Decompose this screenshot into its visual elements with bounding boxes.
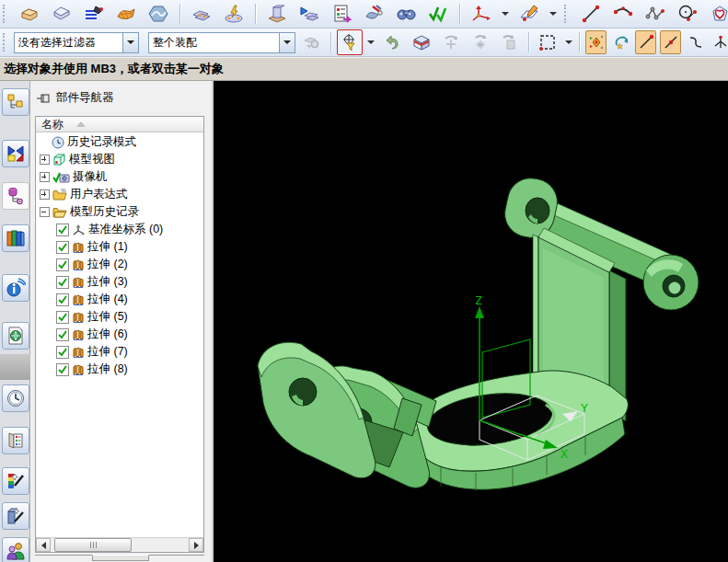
column-header-name[interactable]: 名称 bbox=[36, 117, 203, 132]
studio-scene-button[interactable] bbox=[2, 502, 29, 530]
visualization-wand-button[interactable] bbox=[2, 467, 29, 495]
find-button[interactable] bbox=[393, 1, 419, 27]
checkbox-checked-icon[interactable] bbox=[56, 311, 69, 324]
interpart-link-button[interactable] bbox=[299, 29, 325, 55]
selection-filter-combo[interactable]: 没有选择过滤器 bbox=[14, 32, 139, 53]
snap-point-set-button[interactable] bbox=[585, 30, 607, 54]
marquee-select-button[interactable] bbox=[535, 29, 560, 55]
checkbox-checked-icon[interactable] bbox=[56, 241, 69, 254]
html-report-button[interactable] bbox=[2, 322, 29, 350]
curve-point-button[interactable] bbox=[685, 30, 706, 54]
undo-button[interactable] bbox=[379, 29, 405, 55]
undo-icon bbox=[382, 32, 402, 52]
web-info-button[interactable] bbox=[2, 274, 29, 302]
profile-button[interactable] bbox=[707, 1, 728, 27]
sheet-mesh-button[interactable] bbox=[113, 1, 139, 27]
combo-dropdown-button[interactable] bbox=[122, 33, 138, 52]
tree-item-extrude-1[interactable]: 拉伸 (1) bbox=[36, 238, 203, 256]
sketch-plane-button[interactable] bbox=[516, 1, 542, 27]
csys-button[interactable] bbox=[468, 1, 494, 27]
marquee-dropdown-caret[interactable] bbox=[565, 40, 572, 44]
tree-item-history-mode[interactable]: 历史记录模式 bbox=[36, 133, 203, 151]
csys-dropdown-caret[interactable] bbox=[502, 12, 509, 16]
toolbar-grip[interactable] bbox=[3, 5, 8, 23]
navigator-tree: 历史记录模式 模型视图 摄像机 用户表达 bbox=[36, 133, 203, 536]
expand-icon[interactable] bbox=[40, 189, 50, 200]
pan-view-button[interactable] bbox=[468, 29, 493, 55]
checkbox-checked-icon[interactable] bbox=[56, 363, 69, 376]
freeform-surface-button[interactable] bbox=[145, 1, 171, 27]
collapse-icon[interactable] bbox=[40, 207, 50, 217]
tree-item-extrude-4[interactable]: 拉伸 (4) bbox=[36, 291, 203, 308]
line-button[interactable] bbox=[578, 1, 604, 27]
palettes-button[interactable] bbox=[2, 427, 29, 454]
checkbox-checked-icon[interactable] bbox=[56, 258, 69, 271]
circle-button[interactable] bbox=[675, 1, 700, 27]
model-canvas: Z X Y bbox=[214, 81, 728, 562]
repair-tools-button[interactable] bbox=[361, 1, 387, 27]
tree-item-extrude-5[interactable]: 拉伸 (5) bbox=[36, 308, 203, 326]
sash-grip[interactable] bbox=[92, 555, 149, 561]
snap-point-set-icon bbox=[588, 34, 605, 51]
roles-button[interactable] bbox=[2, 537, 29, 562]
wave-link-icon bbox=[299, 4, 319, 24]
line-icon bbox=[581, 4, 601, 24]
rotate-view-button[interactable] bbox=[438, 29, 464, 55]
combo-dropdown-button[interactable] bbox=[279, 33, 295, 52]
sidebar-splitter[interactable] bbox=[0, 354, 30, 380]
constraint-navigator-button[interactable] bbox=[2, 140, 29, 167]
reuse-library-button[interactable] bbox=[2, 224, 29, 252]
scroll-right-button[interactable] bbox=[189, 538, 203, 552]
toolbar-separator bbox=[528, 32, 529, 52]
shaded-view-button[interactable] bbox=[409, 29, 434, 55]
zoom-view-button[interactable] bbox=[497, 29, 523, 55]
toolbar-grip[interactable] bbox=[564, 5, 570, 23]
expand-icon[interactable] bbox=[40, 172, 50, 182]
checkbox-checked-icon[interactable] bbox=[56, 328, 69, 341]
intersection-point-button[interactable] bbox=[710, 30, 728, 54]
tree-item-datum-csys[interactable]: 基准坐标系 (0) bbox=[36, 221, 203, 238]
assembly-navigator-button[interactable] bbox=[2, 88, 29, 116]
tree-item-extrude-7[interactable]: 拉伸 (7) bbox=[36, 343, 203, 361]
end-point-button[interactable] bbox=[635, 30, 656, 54]
checkbox-checked-icon[interactable] bbox=[56, 224, 69, 236]
verify-button[interactable] bbox=[425, 1, 451, 27]
tree-item-extrude-6[interactable]: 拉伸 (6) bbox=[36, 326, 203, 343]
assembly-button[interactable] bbox=[189, 1, 214, 27]
arc-button[interactable] bbox=[610, 1, 636, 27]
mid-point-button[interactable] bbox=[660, 30, 681, 54]
checkbox-checked-icon[interactable] bbox=[56, 346, 69, 359]
checkbox-checked-icon[interactable] bbox=[56, 276, 69, 289]
tree-item-model-history[interactable]: 模型历史记录 bbox=[36, 203, 203, 221]
sketch-button[interactable] bbox=[81, 1, 107, 27]
scrollbar-thumb[interactable] bbox=[54, 538, 132, 552]
tree-item-cameras[interactable]: 摄像机 bbox=[36, 168, 203, 186]
snap-filter-button[interactable] bbox=[337, 29, 363, 55]
graphics-window[interactable]: Z X Y bbox=[214, 81, 728, 562]
scroll-left-button[interactable] bbox=[36, 538, 51, 552]
checkbox-checked-icon[interactable] bbox=[56, 293, 69, 306]
wave-link-button[interactable] bbox=[296, 1, 322, 27]
panel-resize-sash[interactable] bbox=[35, 555, 204, 561]
tree-item-model-views[interactable]: 模型视图 bbox=[36, 151, 203, 168]
selection-scope-combo[interactable]: 整个装配 bbox=[148, 32, 295, 53]
snap-filter-dropdown-caret[interactable] bbox=[367, 40, 375, 44]
pattern-feature-button[interactable] bbox=[221, 1, 247, 27]
history-palette-button[interactable] bbox=[2, 384, 29, 412]
new-part-button[interactable] bbox=[17, 1, 42, 27]
tree-item-extrude-3[interactable]: 拉伸 (3) bbox=[36, 273, 203, 291]
tree-item-user-expressions[interactable]: 用户表达式 bbox=[36, 186, 203, 203]
block-feature-button[interactable] bbox=[264, 1, 290, 27]
part-navigator-button[interactable] bbox=[2, 182, 29, 210]
studio-spline-button[interactable] bbox=[642, 1, 668, 27]
open-button[interactable] bbox=[49, 1, 75, 27]
toolbar-grip[interactable] bbox=[3, 33, 8, 52]
horizontal-scrollbar[interactable] bbox=[36, 537, 203, 552]
rotate-point-button[interactable] bbox=[610, 30, 631, 54]
tree-item-extrude-8[interactable]: 拉伸 (8) bbox=[36, 361, 203, 378]
spec-list-button[interactable] bbox=[329, 1, 354, 27]
sketch-plane-dropdown-caret[interactable] bbox=[549, 12, 557, 16]
expand-icon[interactable] bbox=[40, 155, 50, 165]
tree-item-extrude-2[interactable]: 拉伸 (2) bbox=[36, 256, 203, 273]
marquee-select-icon bbox=[538, 33, 557, 52]
